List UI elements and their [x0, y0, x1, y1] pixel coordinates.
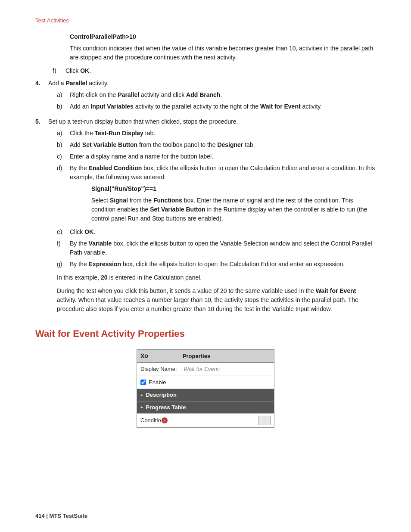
list-marker-4: 4. — [35, 79, 48, 114]
progress-table-expand-icon: + — [140, 404, 143, 411]
list-item-f: f) Click OK. — [35, 66, 376, 75]
breadcrumb: Test Activities — [35, 17, 376, 24]
list-item-5c: c) Enter a display name and a name for t… — [48, 152, 376, 161]
signal-para: Select Signal from the Functions box. En… — [48, 196, 376, 223]
list-item-5b: b) Add Set Variable Button from the tool… — [48, 140, 376, 149]
sub-marker-5f: f) — [57, 239, 70, 257]
description-section-label: Description — [146, 391, 177, 399]
list-item-5: 5. Set up a test-run display button that… — [35, 117, 376, 314]
list-item-5a-text: Click the Test-Run Display tab. — [70, 129, 155, 138]
condition-ellipsis-button[interactable]: ... — [258, 416, 271, 425]
progress-table-section-label: Progress Table — [146, 403, 186, 412]
para-20-example: In this example, 20 is entered in the Ca… — [48, 273, 376, 282]
list-marker-f: f) — [53, 66, 65, 75]
para-during-test: During the test when you click this butt… — [48, 286, 376, 314]
sub-marker-5c: c) — [57, 152, 70, 161]
list-marker-5: 5. — [35, 117, 48, 314]
properties-panel: Xo Properties Display Name: Wait for Eve… — [137, 349, 274, 428]
section2-heading: Wait for Event Activity Properties — [35, 327, 376, 341]
properties-icon: Xo — [140, 352, 148, 361]
condition-row: Conditiox ... — [137, 414, 274, 427]
list-item-4-text: Add a Parallel activity. — [48, 80, 109, 87]
sub-marker-5d: d) — [57, 164, 70, 182]
sub-marker-5e: e) — [57, 227, 70, 236]
progress-table-section-row[interactable]: + Progress Table — [137, 401, 274, 414]
list-item-5c-text: Enter a display name and a name for the … — [70, 152, 213, 161]
list-item-5g-text: By the Expression box, click the ellipsi… — [70, 260, 345, 269]
list-item-5-text: Set up a test-run display button that wh… — [48, 118, 238, 125]
signal-heading: Signal("Run/Stop")==1 — [48, 184, 376, 193]
condition-label: Conditiox — [140, 416, 168, 425]
list-item-5d: d) By the Enabled Condition box, click t… — [48, 164, 376, 182]
control-parallel-path-heading: ControlParallelPath>10 — [35, 32, 376, 41]
sub-marker-4b: b) — [57, 102, 70, 111]
list-item-5e: e) Click OK. — [48, 227, 376, 236]
description-section-row[interactable]: + Description — [137, 389, 274, 401]
list-item-4a-text: Right-click on the Parallel activity and… — [70, 90, 222, 100]
list-item-5f-text: By the Variable box, click the ellipsis … — [70, 239, 376, 257]
list-item-5d-text: By the Enabled Condition box, click the … — [70, 164, 376, 182]
sub-marker-5a: a) — [57, 129, 70, 138]
enable-label: Enable — [149, 378, 166, 387]
properties-header: Xo Properties — [137, 350, 274, 363]
display-name-value: Wait for Event: — [184, 365, 220, 373]
sub-marker-5g: g) — [57, 260, 70, 269]
display-name-row: Display Name: Wait for Event: — [137, 363, 274, 376]
condition-x-icon: x — [162, 417, 168, 423]
list-item-5a: a) Click the Test-Run Display tab. — [48, 129, 376, 138]
sub-marker-5b: b) — [57, 140, 70, 149]
list-item-5g: g) By the Expression box, click the elli… — [48, 260, 376, 269]
sub-marker-4a: a) — [57, 90, 70, 100]
properties-title: Properties — [183, 352, 210, 361]
display-name-label: Display Name: — [140, 365, 184, 373]
list-item-5e-text: Click OK. — [70, 227, 95, 236]
list-item-5b-text: Add Set Variable Button from the toolbox… — [70, 140, 255, 149]
description-expand-icon: + — [140, 392, 143, 399]
list-item-4: 4. Add a Parallel activity. a) Right-cli… — [35, 79, 376, 114]
enable-row[interactable]: Enable — [137, 376, 274, 389]
enable-checkbox[interactable] — [140, 380, 146, 385]
control-parallel-path-para: This condition indicates that when the v… — [35, 44, 376, 62]
page-footer: 414 | MTS TestSuite — [35, 513, 87, 519]
list-item-4b: b) Add an Input Variables activity to th… — [48, 102, 322, 111]
list-item-f-text: Click OK. — [65, 66, 91, 75]
list-item-5f: f) By the Variable box, click the ellips… — [48, 239, 376, 257]
list-item-4b-text: Add an Input Variables activity to the p… — [70, 102, 322, 111]
list-item-4a: a) Right-click on the Parallel activity … — [48, 90, 322, 100]
